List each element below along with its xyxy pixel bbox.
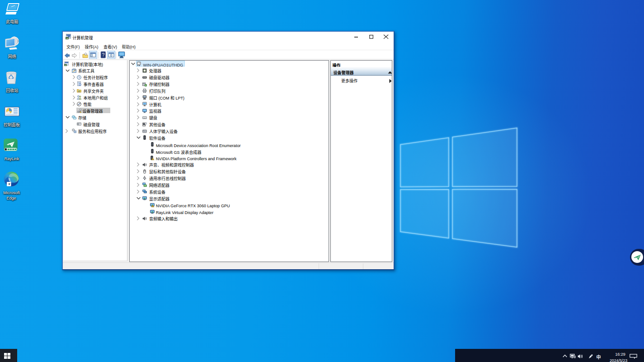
svg-text:?: ? bbox=[146, 123, 146, 124]
svg-text:?: ? bbox=[102, 52, 104, 57]
